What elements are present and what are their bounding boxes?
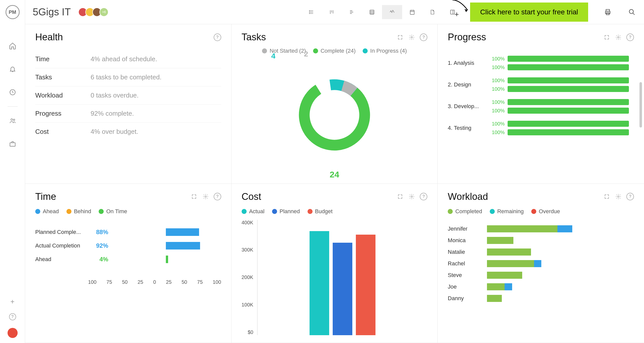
legend-complete: Complete (24) <box>321 48 356 54</box>
pm-logo[interactable]: PM <box>6 5 20 19</box>
list-view-icon[interactable] <box>301 5 322 19</box>
svg-rect-7 <box>370 10 374 14</box>
tasks-legend: Not Started (2) Complete (24) In Progres… <box>242 48 428 54</box>
card-title: Time <box>35 191 56 202</box>
gantt-view-icon[interactable] <box>342 5 362 19</box>
health-label: Cost <box>35 128 91 136</box>
health-value: 4% ahead of schedule. <box>91 55 157 63</box>
cost-bar <box>333 243 352 335</box>
svg-point-13 <box>629 9 633 13</box>
axis-tick: 100 <box>213 279 221 285</box>
card-title: Cost <box>242 191 261 202</box>
progress-bar <box>508 64 629 70</box>
expand-icon[interactable] <box>603 193 610 200</box>
briefcase-icon[interactable] <box>9 140 17 148</box>
progress-pct: 100% <box>489 86 505 92</box>
progress-bar <box>508 77 629 83</box>
legend-ontime: On Time <box>106 208 127 215</box>
help-icon[interactable]: ? <box>214 193 221 200</box>
scrollbar[interactable] <box>639 82 642 128</box>
health-row: Tasks6 tasks to be completed. <box>35 68 221 86</box>
health-value: 6 tasks to be completed. <box>91 73 162 81</box>
help-icon[interactable]: ? <box>420 193 427 200</box>
time-label: Actual Completion <box>35 242 86 249</box>
cost-card: Cost ? Actual Planned Budget 400K300K200… <box>232 184 438 343</box>
print-icon[interactable] <box>603 8 612 17</box>
time-value: 88% <box>88 229 108 236</box>
card-title: Progress <box>448 32 486 43</box>
svg-rect-3 <box>10 143 15 146</box>
sheet-view-icon[interactable] <box>362 5 382 19</box>
help-icon[interactable]: ? <box>214 34 221 41</box>
assignee-avatars[interactable]: +6 <box>78 8 108 17</box>
axis-tick: 400K <box>242 220 253 226</box>
progress-card: Progress ? 1. Analysis 100% 100% 2. Desi… <box>438 24 644 184</box>
trial-banner[interactable]: Click here to start your free trial <box>470 3 588 22</box>
add-icon[interactable]: + <box>10 298 14 306</box>
progress-row: 1. Analysis 100% 100% <box>448 56 629 70</box>
gear-icon[interactable] <box>615 34 622 41</box>
health-label: Progress <box>35 110 91 117</box>
workload-name: Joe <box>448 284 483 290</box>
axis-tick: $0 <box>248 329 253 335</box>
calendar-view-icon[interactable] <box>402 5 422 19</box>
health-label: Tasks <box>35 73 91 81</box>
help-icon[interactable]: ? <box>626 193 634 200</box>
cost-bar <box>310 231 329 335</box>
avatar-more[interactable]: +6 <box>99 8 108 17</box>
svg-point-19 <box>205 196 206 197</box>
gear-icon[interactable] <box>408 193 415 200</box>
workload-bar <box>487 260 634 267</box>
progress-name: 2. Design <box>448 81 485 88</box>
progress-bar <box>508 56 629 62</box>
time-label: Ahead <box>35 256 86 263</box>
health-label: Time <box>35 55 91 63</box>
tasks-card: Tasks ? Not Started (2) Complete (24) In… <box>232 24 438 184</box>
view-switcher <box>301 5 463 19</box>
cost-bar <box>356 235 375 335</box>
expand-icon[interactable] <box>191 193 198 200</box>
gear-icon[interactable] <box>408 34 415 41</box>
axis-tick: 75 <box>197 279 203 285</box>
dashboard-view-icon[interactable] <box>382 5 402 19</box>
workload-bar <box>487 225 634 232</box>
time-row: Ahead 4% <box>35 256 221 263</box>
health-row: Workload0 tasks overdue. <box>35 86 221 105</box>
home-icon[interactable] <box>9 42 17 50</box>
board-view-icon[interactable] <box>322 5 342 19</box>
progress-pct: 100% <box>489 108 505 114</box>
svg-point-20 <box>411 196 412 197</box>
progress-pct: 100% <box>489 121 505 127</box>
svg-point-4 <box>309 10 310 11</box>
health-value: 0 tasks overdue. <box>91 91 139 99</box>
svg-point-6 <box>309 13 310 14</box>
gear-icon[interactable] <box>202 193 209 200</box>
expand-icon[interactable] <box>603 34 610 41</box>
legend-budget: Budget <box>315 208 333 215</box>
axis-tick: 25 <box>138 279 143 285</box>
help-icon[interactable]: ? <box>626 34 634 41</box>
legend-completed: Completed <box>455 208 482 215</box>
gear-icon[interactable] <box>615 193 622 200</box>
bell-icon[interactable] <box>9 65 17 73</box>
health-card: Health ? Time4% ahead of schedule.Tasks6… <box>25 24 232 184</box>
team-icon[interactable] <box>9 117 17 125</box>
progress-pct: 100% <box>489 56 505 62</box>
help-icon[interactable]: ? <box>9 313 16 320</box>
tasks-donut: 4 2 24 <box>242 54 428 176</box>
axis-tick: 25 <box>166 279 172 285</box>
clock-icon[interactable] <box>9 88 17 96</box>
help-icon[interactable]: ? <box>420 34 427 41</box>
donut-count-complete: 24 <box>330 170 339 179</box>
user-avatar[interactable] <box>8 328 18 338</box>
health-value: 92% complete. <box>91 110 134 117</box>
expand-icon[interactable] <box>397 193 404 200</box>
detail-view-icon[interactable] <box>442 5 463 19</box>
progress-bar <box>508 108 629 114</box>
progress-bar <box>508 86 629 92</box>
expand-icon[interactable] <box>397 34 404 41</box>
progress-row: 2. Design 100% 100% <box>448 77 629 92</box>
file-view-icon[interactable] <box>422 5 442 19</box>
donut-count-notstarted: 2 <box>304 50 308 58</box>
search-icon[interactable] <box>627 8 636 17</box>
